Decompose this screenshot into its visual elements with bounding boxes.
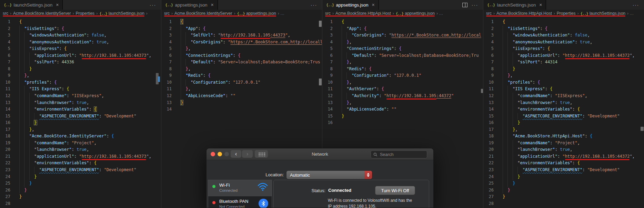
code-token	[503, 40, 513, 44]
code-line-text: "ASPNETCORE_ENVIRONMENT": "Development"	[19, 113, 137, 120]
code-token	[342, 26, 346, 31]
breadcrumb-item[interactable]: Acme.BookStore.HttpApi.Host	[335, 11, 391, 16]
screen: {..}launchSettings.json×···src›Acme.Book…	[0, 0, 644, 208]
code-token: }	[34, 120, 37, 125]
breadcrumb-item[interactable]: Acme.BookStore.HttpApi.Host	[496, 11, 552, 16]
code-line: 4 "anonymousAuthentication": true,	[0, 39, 161, 46]
code-token: "IIS Express"	[513, 86, 545, 91]
code-line: 8 }	[0, 66, 161, 73]
code-token: "profiles"	[507, 80, 532, 85]
code-token: }	[513, 181, 515, 186]
code-token: "applicationUrl"	[34, 53, 74, 58]
close-icon[interactable]: ×	[56, 2, 59, 8]
code-token: :	[359, 26, 364, 31]
line-number: 23	[483, 167, 494, 174]
tab-appsettings.json[interactable]: {..}appsettings.json×	[161, 0, 218, 10]
code-token: "anonymousAuthentication"	[513, 40, 575, 44]
breadcrumb-item[interactable]: src	[164, 11, 170, 16]
code-line-text: "CorsOrigins": "https://*.BookStore.com,…	[342, 32, 481, 39]
code-token: {	[203, 26, 205, 31]
code-token	[503, 33, 513, 38]
breadcrumb-item[interactable]: src	[325, 11, 331, 16]
breadcrumb-tail: › …	[436, 11, 443, 16]
code-line: 16 }	[0, 119, 161, 126]
code-token: "	[146, 53, 149, 58]
code-token	[503, 167, 523, 172]
turn-wifi-off-button[interactable]: Turn Wi-Fi Off	[375, 186, 415, 195]
close-icon[interactable]: ×	[372, 2, 374, 8]
code-token: }	[507, 188, 510, 193]
code-line-text: }	[19, 187, 27, 194]
line-number: 3	[322, 32, 333, 39]
breadcrumb-item[interactable]: src	[3, 11, 8, 16]
code-token: {	[67, 86, 69, 91]
code-line: 3 "windowsAuthentication": false,	[483, 32, 644, 39]
line-number: 22	[483, 160, 494, 167]
line-number: 26	[0, 187, 10, 194]
code-token: :	[223, 40, 228, 44]
code-token	[503, 86, 513, 91]
code-token: :	[87, 33, 91, 38]
service-row-wifi[interactable]: Wi-Fi Connected	[208, 180, 272, 196]
code-token: 44336	[62, 60, 74, 64]
code-area: 1{2 "App": {3 "CorsOrigins": "https://*.…	[322, 17, 483, 126]
code-token: :	[389, 73, 394, 78]
line-number: 14	[322, 106, 333, 113]
more-actions-icon[interactable]: ···	[633, 3, 639, 7]
more-actions-icon[interactable]: ···	[311, 3, 317, 7]
breadcrumb-item[interactable]: launchSettings.json	[590, 11, 625, 16]
close-icon[interactable]: ×	[539, 2, 542, 8]
code-token: :	[533, 80, 537, 85]
code-line: 7 "sslPort": 44336	[0, 59, 161, 66]
line-number: 7	[0, 59, 10, 66]
breadcrumb-path: src›Acme.BookStore.HttpApi.Host›Properti…	[486, 11, 625, 16]
code-token	[181, 80, 191, 85]
tab-launchSettings.json[interactable]: {..}launchSettings.json×	[0, 0, 63, 10]
more-actions-icon[interactable]: ···	[150, 3, 156, 7]
code-line-text: }	[503, 194, 505, 200]
location-dropdown[interactable]: Automatic	[286, 171, 372, 179]
bluetooth-icon	[259, 199, 268, 208]
code-token: "127.0.0.1"	[394, 73, 421, 78]
code-token: "App"	[185, 26, 198, 31]
line-number: 10	[161, 79, 172, 86]
tab-appsettings.json[interactable]: {..}appsettings.json×	[322, 0, 379, 10]
code-token: "commandName"	[517, 93, 550, 98]
search-input[interactable]	[379, 152, 419, 157]
split-editor-icon[interactable]	[462, 3, 467, 7]
service-row-bluetooth[interactable]: Bluetooth PAN Not Connected	[208, 196, 272, 208]
close-icon[interactable]: ×	[211, 2, 213, 8]
breadcrumb-item[interactable]: appsettings.json	[246, 11, 276, 16]
breadcrumb-item[interactable]: Properties	[557, 11, 576, 16]
breadcrumb-item[interactable]: Acme.BookStore.IdentityServer	[174, 11, 232, 16]
tab-launchSettings.json[interactable]: {..}launchSettings.json×	[483, 0, 546, 10]
code-line: 6 "applicationUrl": "http://192.168.1.10…	[483, 52, 644, 59]
breadcrumb-item[interactable]: src	[486, 11, 492, 16]
line-number: 21	[483, 153, 494, 160]
code-token: "applicationUrl"	[517, 53, 557, 58]
code-line: 2 "App": {	[161, 25, 322, 32]
code-token: :	[376, 86, 381, 91]
json-file-icon: {..}	[396, 11, 404, 16]
more-actions-icon[interactable]: ···	[472, 3, 478, 7]
code-token: "Project"	[555, 141, 577, 145]
search-field[interactable]	[371, 150, 427, 158]
breadcrumb-item[interactable]: Acme.BookStore.IdentityServer	[13, 11, 71, 16]
code-token: {	[208, 73, 210, 78]
code-line: 19 "commandName": "Project",	[483, 140, 644, 147]
chevron-right-icon: ›	[72, 11, 74, 16]
overview-ruler-mark	[158, 76, 160, 82]
breadcrumb-item[interactable]: launchSettings.json	[109, 11, 144, 16]
code-line-text: "iisSettings": {	[19, 25, 64, 32]
code-token: {	[382, 86, 384, 91]
breadcrumb-item[interactable]: Properties	[76, 11, 94, 16]
code-token	[503, 120, 517, 125]
tab-title: appsettings.json	[336, 2, 369, 8]
code-area: 1{2 "iisSettings": {3 "windowsAuthentica…	[0, 17, 161, 207]
breadcrumb-item[interactable]: appsettings.json	[405, 11, 435, 16]
code-token	[342, 100, 346, 105]
code-line: 20 "launchBrowser": true,	[483, 146, 644, 153]
line-number: 5	[161, 45, 172, 52]
code-token: "SelfUrl"	[191, 33, 213, 38]
code-line-text: "commandName": "IISExpress",	[19, 93, 104, 100]
